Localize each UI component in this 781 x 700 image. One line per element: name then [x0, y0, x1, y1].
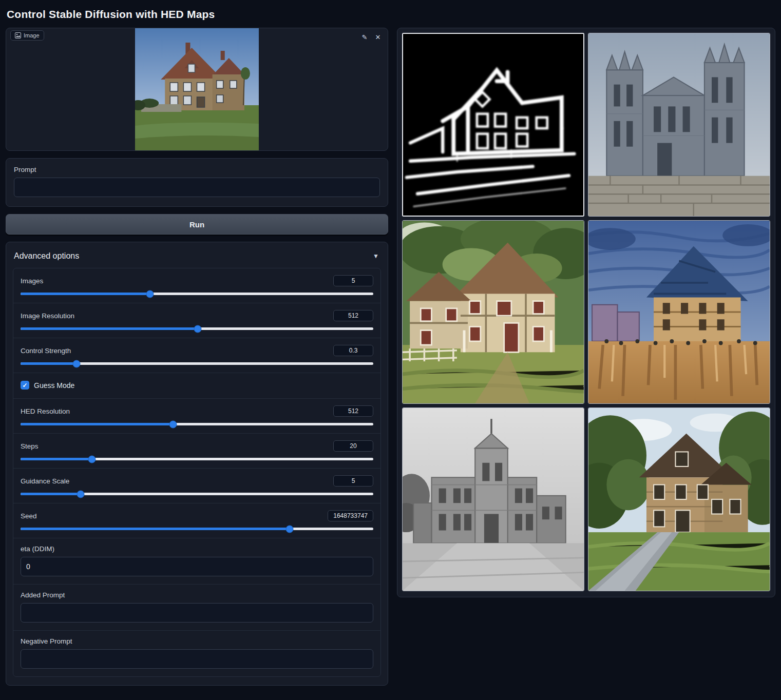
- slider-seed-value[interactable]: 1648733747: [328, 510, 373, 521]
- chevron-down-icon: ▼: [373, 252, 379, 260]
- slider-images: Images 5: [13, 268, 380, 303]
- cottage-image: [403, 221, 584, 403]
- gallery-item-cottage[interactable]: [402, 220, 584, 404]
- cathedral-image: [588, 33, 770, 216]
- advanced-form: Images 5 Image Resolution 512: [13, 268, 381, 677]
- guess-mode-checkbox[interactable]: ✓ Guess Mode: [21, 380, 373, 391]
- checkbox-checked-icon: ✓: [21, 381, 29, 390]
- image-type-chip: Image: [10, 30, 44, 41]
- slider-images-track[interactable]: [21, 293, 373, 295]
- advanced-options-header[interactable]: Advanced options ▼: [13, 249, 381, 268]
- slider-image-resolution-handle[interactable]: [194, 325, 201, 333]
- slider-fill: [21, 293, 150, 295]
- eta-input[interactable]: [21, 557, 373, 576]
- eta-row: eta (DDIM): [13, 538, 380, 584]
- slider-image-resolution-track[interactable]: [21, 327, 373, 330]
- gallery-item-grayscale-building[interactable]: [402, 407, 584, 591]
- slider-fill: [21, 327, 198, 330]
- slider-steps-label: Steps: [21, 442, 39, 450]
- slider-fill: [21, 493, 81, 495]
- slider-fill: [21, 458, 92, 460]
- negative-prompt-row: Negative Prompt: [13, 630, 380, 676]
- slider-steps-value[interactable]: 20: [333, 440, 373, 452]
- image-chip-label: Image: [24, 32, 40, 38]
- slider-control-strength-track[interactable]: [21, 362, 373, 365]
- prompt-input[interactable]: [14, 178, 380, 197]
- slider-seed: Seed 1648733747: [13, 503, 380, 538]
- app-root: Control Stable Diffusion with HED Maps: [0, 0, 781, 691]
- page-title: Control Stable Diffusion with HED Maps: [6, 5, 775, 28]
- slider-images-label: Images: [21, 277, 43, 285]
- slider-seed-label: Seed: [21, 512, 37, 520]
- slider-guidance-scale-track[interactable]: [21, 493, 373, 495]
- slider-images-value[interactable]: 5: [333, 275, 373, 286]
- added-prompt-row: Added Prompt: [13, 584, 380, 630]
- house-trees-image: [588, 408, 770, 591]
- slider-guidance-scale-handle[interactable]: [77, 490, 85, 498]
- slider-hed-resolution: HED Resolution 512: [13, 398, 380, 433]
- guess-mode-label: Guess Mode: [34, 381, 74, 390]
- slider-image-resolution-value[interactable]: 512: [333, 310, 373, 321]
- slider-control-strength-value[interactable]: 0.3: [333, 345, 373, 356]
- slider-fill: [21, 362, 77, 365]
- gallery-item-cathedral[interactable]: [588, 33, 770, 217]
- image-icon: [15, 32, 21, 38]
- slider-hed-resolution-handle[interactable]: [169, 420, 177, 428]
- slider-control-strength-handle[interactable]: [72, 360, 80, 367]
- slider-fill: [21, 528, 290, 530]
- slider-guidance-scale-value[interactable]: 5: [333, 475, 373, 487]
- advanced-options: Advanced options ▼ Images 5: [6, 242, 388, 686]
- slider-control-strength-label: Control Strength: [21, 347, 71, 355]
- edit-image-button[interactable]: ✎: [359, 31, 370, 43]
- prompt-label: Prompt: [14, 166, 380, 173]
- slider-hed-resolution-label: HED Resolution: [21, 407, 70, 415]
- slider-images-handle[interactable]: [146, 290, 154, 298]
- slider-hed-resolution-value[interactable]: 512: [333, 405, 373, 417]
- slider-guidance-scale: Guidance Scale 5: [13, 468, 380, 503]
- blue-painting-image: [588, 221, 770, 403]
- output-column: [397, 28, 775, 597]
- eta-label: eta (DDIM): [21, 545, 373, 553]
- slider-control-strength: Control Strength 0.3: [13, 338, 380, 373]
- gallery-item-house-trees[interactable]: [588, 407, 770, 591]
- hed-edge-map-image: [403, 34, 583, 216]
- gallery-item-blue-painting[interactable]: [588, 220, 770, 404]
- grayscale-building-image: [403, 408, 584, 591]
- image-upload[interactable]: Image ✎ ✕: [6, 28, 388, 151]
- slider-fill: [21, 423, 173, 425]
- slider-steps-track[interactable]: [21, 458, 373, 460]
- added-prompt-input[interactable]: [21, 603, 373, 623]
- slider-steps-handle[interactable]: [88, 455, 96, 463]
- guess-mode-row: ✓ Guess Mode: [13, 373, 380, 398]
- slider-hed-resolution-track[interactable]: [21, 423, 373, 425]
- negative-prompt-input[interactable]: [21, 649, 373, 669]
- clear-image-button[interactable]: ✕: [372, 31, 384, 43]
- advanced-options-title: Advanced options: [14, 251, 79, 261]
- slider-steps: Steps 20: [13, 433, 380, 468]
- slider-seed-handle[interactable]: [286, 525, 294, 533]
- run-button[interactable]: Run: [6, 214, 388, 235]
- negative-prompt-label: Negative Prompt: [21, 637, 373, 645]
- output-gallery: [397, 28, 775, 597]
- slider-guidance-scale-label: Guidance Scale: [21, 477, 69, 485]
- gallery-item-hed-map[interactable]: [402, 33, 584, 217]
- slider-seed-track[interactable]: [21, 528, 373, 530]
- controls-column: Image ✎ ✕ Prompt Run Advanced options ▼: [6, 28, 388, 686]
- slider-image-resolution: Image Resolution 512: [13, 303, 380, 338]
- input-house-photo: [135, 28, 259, 151]
- slider-image-resolution-label: Image Resolution: [21, 312, 74, 320]
- prompt-block: Prompt: [6, 158, 388, 207]
- added-prompt-label: Added Prompt: [21, 591, 373, 599]
